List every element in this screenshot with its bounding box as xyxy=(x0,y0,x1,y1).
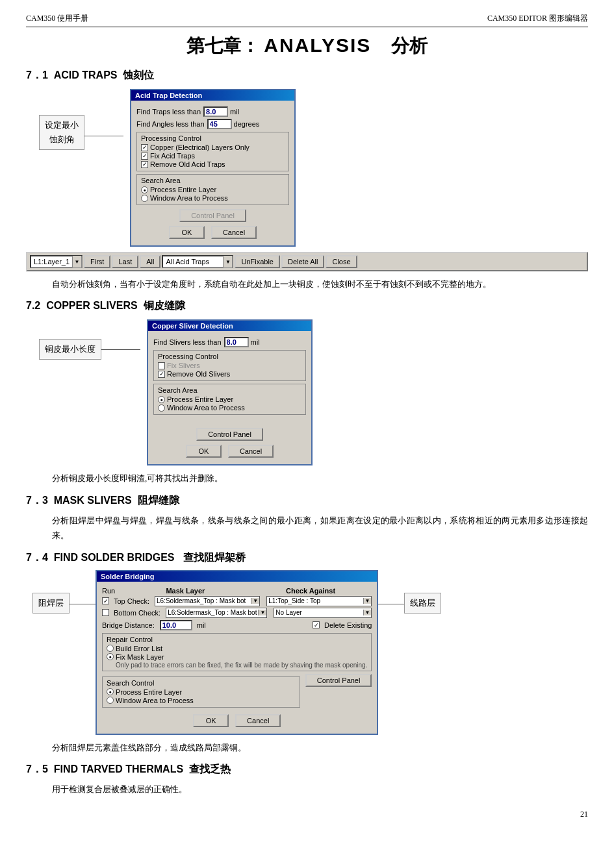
copper-search-label: Search Area xyxy=(158,386,301,394)
find-traps-input[interactable] xyxy=(203,106,228,117)
last-btn[interactable]: Last xyxy=(112,255,138,268)
solder-cancel-btn[interactable]: Cancel xyxy=(235,714,281,727)
section-7-2-cn: 铜皮缝隙 xyxy=(144,300,185,311)
header-right: CAM350 EDITOR 图形编辑器 xyxy=(487,13,588,24)
control-panel-btn[interactable]: Control Panel xyxy=(179,209,246,222)
page-number: 21 xyxy=(26,810,588,819)
cb2-checkbox[interactable] xyxy=(141,153,148,160)
dropdown-arrow[interactable]: ▼ xyxy=(223,256,232,267)
layer-select-wrap[interactable]: L1:Layer_1 ▼ xyxy=(30,255,83,268)
unfixable-btn[interactable]: UnFixable xyxy=(235,255,280,268)
top-mask-select[interactable]: L6:Soldermask_Top : Mask bot ▼ xyxy=(155,596,260,606)
section-7-4-text: 分析阻焊层元素盖住线路部分，造成线路局部露铜。 xyxy=(52,743,246,752)
find-traps-unit: mil xyxy=(230,108,239,116)
solder-r2-label: Window Area to Process xyxy=(116,697,194,704)
r1-row[interactable]: Process Entire Layer xyxy=(141,186,285,193)
layer-select-arrow[interactable]: ▼ xyxy=(72,256,81,267)
acid-trap-label: 设定最小 蚀刻角 xyxy=(39,115,84,150)
copper-sliver-label: 铜皮最小长度 xyxy=(39,339,101,360)
copper-ok-btn[interactable]: OK xyxy=(186,445,222,458)
top-against-select[interactable]: L1:Top_Side : Top ▼ xyxy=(266,596,372,606)
bridge-dist-input[interactable] xyxy=(160,620,192,630)
solder-search-group: Search Control Process Entire Layer Wind… xyxy=(102,676,300,708)
copper-cb1-checkbox[interactable] xyxy=(158,362,165,369)
find-angles-input[interactable] xyxy=(207,119,232,129)
section-7-4-cn: 查找阻焊架桥 xyxy=(183,552,246,563)
find-angles-unit: degrees xyxy=(234,120,260,128)
bottom-against-select[interactable]: No Layer ▼ xyxy=(274,608,372,618)
bottom-check-label: Bottom Check: xyxy=(114,609,160,617)
close-btn[interactable]: Close xyxy=(326,255,357,268)
dropdown-value: All Acid Traps xyxy=(163,258,223,266)
delete-existing-checkbox[interactable] xyxy=(313,621,320,628)
section-7-2-body: 分析铜皮最小长度即铜渣,可将其找出并删除。 xyxy=(52,471,588,486)
section-7-1-en: ACID TRAPS xyxy=(54,69,118,81)
cb1-row[interactable]: Copper (Electrical) Layers Only xyxy=(141,143,285,151)
dropdown-wrap[interactable]: All Acid Traps ▼ xyxy=(162,255,233,268)
cb3-checkbox[interactable] xyxy=(141,161,148,168)
section-7-1-cn: 蚀刻位 xyxy=(123,69,154,81)
search-area-group: Search Area Process Entire Layer Window … xyxy=(136,174,289,205)
bridge-dist-unit: mil xyxy=(197,621,206,629)
build-error-label: Build Error List xyxy=(116,645,162,652)
r2-radio[interactable] xyxy=(141,195,148,202)
copper-r2-row[interactable]: Window Area to Process xyxy=(158,404,301,412)
r2-label: Window Area to Process xyxy=(150,194,228,202)
top-mask-arrow[interactable]: ▼ xyxy=(251,598,259,604)
bottom-mask-value: L6:Soldermask_Top : Mask bot xyxy=(166,609,258,616)
acid-ok-btn[interactable]: OK xyxy=(169,226,205,239)
bottom-check-checkbox[interactable] xyxy=(102,609,109,616)
r1-label: Process Entire Layer xyxy=(150,186,216,193)
copper-r2-radio[interactable] xyxy=(158,404,165,412)
first-btn[interactable]: First xyxy=(84,255,110,268)
copper-cb1-row[interactable]: Fix Slivers xyxy=(158,362,301,369)
fix-mask-note: Only pad to trace errors can be fixed, t… xyxy=(116,662,367,669)
repair-control-label: Repair Control xyxy=(107,636,367,643)
copper-r1-radio[interactable] xyxy=(158,396,165,403)
copper-cb1-label: Fix Slivers xyxy=(167,362,200,369)
copper-control-panel-btn[interactable]: Control Panel xyxy=(196,428,263,441)
cb3-row[interactable]: Remove Old Acid Traps xyxy=(141,160,285,168)
solder-bridging-title: Solder Bridging xyxy=(97,571,377,582)
copper-cb2-row[interactable]: Remove Old Slivers xyxy=(158,370,301,378)
acid-cancel-btn[interactable]: Cancel xyxy=(211,226,257,239)
solder-control-panel-btn[interactable]: Control Panel xyxy=(305,674,372,687)
top-against-arrow[interactable]: ▼ xyxy=(363,598,372,604)
r2-row[interactable]: Window Area to Process xyxy=(141,194,285,202)
bottom-against-arrow[interactable]: ▼ xyxy=(363,610,372,615)
copper-r1-row[interactable]: Process Entire Layer xyxy=(158,395,301,403)
copper-cancel-btn[interactable]: Cancel xyxy=(228,445,274,458)
bottom-mask-select[interactable]: L6:Soldermask_Top : Mask bot ▼ xyxy=(166,608,267,618)
search-area-label: Search Area xyxy=(141,177,285,184)
cb1-label: Copper (Electrical) Layers Only xyxy=(150,143,249,151)
check-against-label: Check Against xyxy=(249,587,372,595)
chapter-title-en: ANALYSIS xyxy=(264,34,371,56)
acid-trap-dialog-title: Acid Trap Detection xyxy=(131,90,294,101)
cb2-label: Fix Acid Traps xyxy=(150,152,195,160)
build-error-radio[interactable] xyxy=(107,645,114,652)
r1-radio[interactable] xyxy=(141,186,148,193)
solder-bridging-dialog: Solder Bridging Run Mask Layer Check Aga… xyxy=(96,570,378,735)
copper-cb2-label: Remove Old Slivers xyxy=(167,370,230,378)
delete-all-btn[interactable]: Delete All xyxy=(281,255,324,268)
copper-sliver-dialog-title: Copper Sliver Detection xyxy=(148,321,311,331)
fix-mask-radio[interactable] xyxy=(107,653,114,660)
solder-ok-btn[interactable]: OK xyxy=(193,714,229,727)
all-btn[interactable]: All xyxy=(140,255,160,268)
find-slivers-input[interactable] xyxy=(224,337,249,347)
copper-cb2-checkbox[interactable] xyxy=(158,371,165,378)
solder-r1-radio[interactable] xyxy=(107,688,114,695)
run-label: Run xyxy=(102,587,122,595)
section-7-2-text: 分析铜皮最小长度即铜渣,可将其找出并删除。 xyxy=(52,473,223,483)
cb1-checkbox[interactable] xyxy=(141,144,148,151)
solder-r2-radio[interactable] xyxy=(107,697,114,704)
section-7-3-cn: 阻焊缝隙 xyxy=(138,495,179,506)
bottom-mask-arrow[interactable]: ▼ xyxy=(258,610,266,615)
solder-r1-label: Process Entire Layer xyxy=(116,688,182,696)
cb2-row[interactable]: Fix Acid Traps xyxy=(141,152,285,160)
section-7-2-title: 7.2 COPPER SLIVERS 铜皮缝隙 xyxy=(26,299,588,313)
top-check-checkbox[interactable] xyxy=(102,597,109,604)
processing-control-group: Processing Control Copper (Electrical) L… xyxy=(136,132,289,171)
acid-trap-dialog: Acid Trap Detection Find Traps less than… xyxy=(130,89,296,247)
section-7-1-title: 7．1 ACID TRAPS 蚀刻位 xyxy=(26,69,588,82)
